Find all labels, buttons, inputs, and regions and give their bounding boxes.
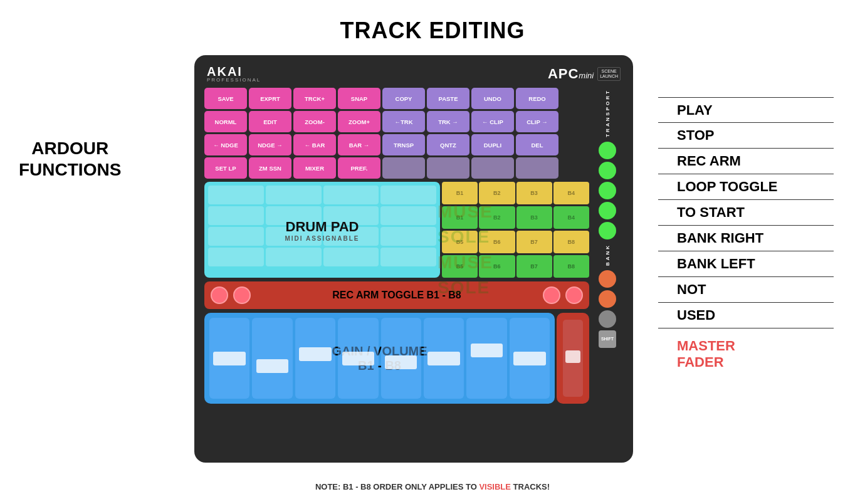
btn-snap[interactable]: SNAP: [338, 88, 380, 109]
btn-left-ndge[interactable]: ← NDGE: [204, 134, 247, 155]
annotation-used: USED: [658, 303, 834, 328]
annotation-bank-right: BANK RIGHT: [658, 226, 834, 251]
drum-section: DRUM PAD MIDI ASSIGNABLE B1 B2 B3 B: [204, 182, 589, 278]
transport-btn-start[interactable]: [599, 222, 616, 239]
btn-zoom-minus[interactable]: ZOOM-: [293, 111, 336, 132]
faders-section: GAIN / VOLUMEB1 - B8: [204, 313, 589, 404]
sole-b6[interactable]: B6: [479, 255, 515, 278]
transport-column: TRANSPORT BANK SHIF: [592, 88, 623, 404]
muse-b2[interactable]: B2: [479, 182, 515, 204]
bank-right-btn[interactable]: [599, 270, 616, 288]
fader-4[interactable]: [338, 318, 378, 399]
annotation-bank-right-label: BANK RIGHT: [677, 230, 763, 246]
controller-wrapper: AKAI PROFESSIONAL APC mini SCENELAUNCH: [194, 55, 646, 469]
btn-paste[interactable]: PASTE: [427, 88, 469, 109]
btn-left-bar[interactable]: ← BAR: [293, 134, 336, 155]
transport-btn-rec[interactable]: [599, 182, 616, 199]
annotation-play: PLAY: [658, 97, 834, 123]
btn-redo[interactable]: REDO: [516, 88, 558, 109]
btn-empty-1: [382, 157, 425, 179]
btn-set-lp[interactable]: SET LP: [204, 157, 247, 179]
btn-trnsp[interactable]: TRNSP: [382, 134, 425, 155]
annotation-play-label: PLAY: [677, 102, 713, 118]
rec-arm-label: REC ARM TOGGLE B1 - B8: [256, 290, 538, 301]
scene-launch-label: SCENELAUNCH: [597, 67, 621, 80]
btn-undo[interactable]: UNDO: [471, 88, 514, 109]
btn-zoom-plus[interactable]: ZOOM+: [338, 111, 380, 132]
btn-del[interactable]: DEL: [516, 134, 558, 155]
rec-circle-right: [543, 286, 560, 304]
sole-b2[interactable]: B2: [479, 206, 515, 229]
fader-6[interactable]: [424, 318, 464, 399]
fader-8[interactable]: [510, 318, 550, 399]
btn-ndge-right[interactable]: NDGE →: [249, 134, 291, 155]
fader-1[interactable]: [209, 318, 249, 399]
btn-bar-right[interactable]: BAR →: [338, 134, 380, 155]
muse-b4[interactable]: B4: [553, 182, 589, 204]
apc-mini-controller: AKAI PROFESSIONAL APC mini SCENELAUNCH: [194, 55, 633, 463]
left-content: SAVE EXPRT TRCK+ SNAP COPY PASTE UNDO RE…: [204, 88, 589, 404]
drum-title: DRUM PAD: [285, 218, 359, 234]
btn-edit[interactable]: EDIT: [249, 111, 291, 132]
brand-name: AKAI: [207, 65, 261, 78]
annotation-rec-arm: REC ARM: [658, 149, 834, 174]
model-apc: APC: [548, 66, 579, 82]
page-container: TRACK EDITING ARDOUR FUNCTIONS AKAI PROF…: [0, 0, 865, 504]
btn-norml[interactable]: NORML: [204, 111, 247, 132]
rec-circle-left: [211, 286, 228, 304]
master-fader: [557, 313, 589, 404]
muse-b6[interactable]: B6: [479, 231, 515, 253]
btn-clip-right[interactable]: CLIP →: [516, 111, 558, 132]
muse-label-row: B1 B2 B3 B4: [442, 206, 589, 229]
fader-3[interactable]: [295, 318, 335, 399]
bank-left-btn[interactable]: [599, 290, 616, 308]
annotation-stop-label: STOP: [677, 127, 715, 144]
sole-b5[interactable]: B5: [442, 255, 478, 278]
annotation-rec-arm-label: REC ARM: [677, 153, 741, 169]
sole-b4[interactable]: B4: [553, 206, 589, 229]
sole-b3[interactable]: B3: [516, 206, 552, 229]
sole-b7[interactable]: B7: [516, 255, 552, 278]
transport-btn-play[interactable]: [599, 142, 616, 159]
apc-logo: APC mini: [548, 66, 594, 82]
page-title: TRACK EDITING: [0, 0, 865, 50]
btn-exprt[interactable]: EXPRT: [249, 88, 291, 109]
btn-pref[interactable]: PREF.: [338, 157, 380, 179]
btn-save[interactable]: SAVE: [204, 88, 247, 109]
sole-b1[interactable]: B1: [442, 206, 478, 229]
drum-pads-area: DRUM PAD MIDI ASSIGNABLE: [204, 182, 440, 278]
btn-empty-4: [516, 157, 558, 179]
sole-b8[interactable]: B8: [553, 255, 589, 278]
muse-b7[interactable]: B7: [516, 231, 552, 253]
fader-5[interactable]: [381, 318, 421, 399]
controller-header: AKAI PROFESSIONAL APC mini SCENELAUNCH: [202, 63, 626, 88]
button-row-3: ← NDGE NDGE → ← BAR BAR → TRNSP QNTZ DUP…: [204, 134, 589, 155]
muse-row-1: B1 B2 B3 B4: [442, 182, 589, 204]
muse-b3[interactable]: B3: [516, 182, 552, 204]
rec-circle-2: [233, 286, 251, 304]
muse-b5[interactable]: B5: [442, 231, 478, 253]
annotation-master-label: MASTER: [677, 338, 834, 354]
drum-subtitle: MIDI ASSIGNABLE: [285, 234, 359, 241]
shift-btn[interactable]: SHIFT: [599, 330, 616, 348]
btn-qntz[interactable]: QNTZ: [427, 134, 469, 155]
muse-b8[interactable]: B8: [553, 231, 589, 253]
btn-left-clip[interactable]: ← CLIP: [471, 111, 514, 132]
btn-left-trk[interactable]: ←TRK: [382, 111, 425, 132]
muse-b1[interactable]: B1: [442, 182, 478, 204]
master-fader-track[interactable]: [563, 320, 582, 397]
btn-trk-right[interactable]: TRK →: [427, 111, 469, 132]
transport-btn-stop[interactable]: [599, 162, 616, 179]
btn-empty-2: [427, 157, 469, 179]
btn-zm-ssn[interactable]: ZM SSN: [249, 157, 291, 179]
main-content: SAVE EXPRT TRCK+ SNAP COPY PASTE UNDO RE…: [202, 88, 626, 404]
fader-2[interactable]: [252, 318, 292, 399]
rec-arm-row: REC ARM TOGGLE B1 - B8: [204, 281, 589, 309]
btn-trck-plus[interactable]: TRCK+: [293, 88, 336, 109]
button-row-4: SET LP ZM SSN MIXER PREF.: [204, 157, 589, 179]
btn-copy[interactable]: COPY: [382, 88, 425, 109]
btn-dupli[interactable]: DUPLI: [471, 134, 514, 155]
transport-btn-loop[interactable]: [599, 202, 616, 219]
btn-mixer[interactable]: MIXER: [293, 157, 336, 179]
fader-7[interactable]: [466, 318, 506, 399]
